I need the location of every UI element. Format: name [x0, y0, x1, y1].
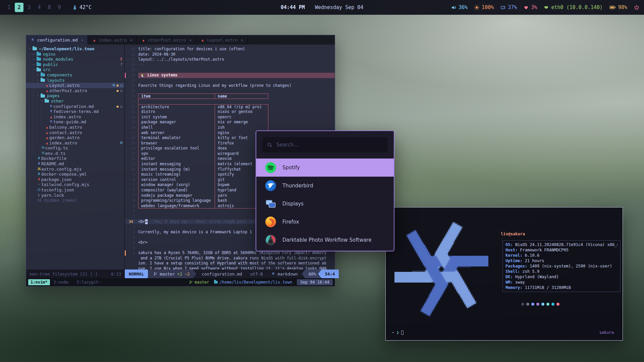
launcher-item-label: Thunderbird: [282, 183, 313, 189]
editor-tab[interactable]: Mconfiguration.md×: [26, 35, 88, 45]
tsjson-file-icon: {}: [37, 187, 41, 193]
workspace-button[interactable]: 8: [45, 3, 54, 12]
workspace-button[interactable]: 2: [15, 3, 23, 12]
buffer-line[interactable]: 21distronixos or gentoo: [125, 109, 335, 115]
folder-icon: [37, 53, 41, 56]
volume-module[interactable]: 36%: [451, 4, 468, 10]
buffer-line[interactable]: 19package managernix or emerge: [125, 120, 335, 125]
tree-item-badges: ●◻: [114, 104, 122, 109]
battery-module[interactable]: 98%: [609, 4, 627, 10]
tree-item[interactable]: ▲otherPost.astro●◻: [26, 88, 124, 94]
buffer-line[interactable]: 18shellzsh: [125, 125, 335, 130]
tree-item[interactable]: Mfediverse-terms.md: [26, 109, 124, 114]
line-number: 30: [128, 62, 138, 68]
workspace-button[interactable]: 1: [5, 3, 13, 12]
tree-item[interactable]: ▲index.astroH: [26, 140, 124, 146]
fetch-info-line: Kernel: 6.10.6: [505, 253, 618, 258]
network-module[interactable]: eth0 (10.0.0.140): [544, 4, 603, 10]
close-icon[interactable]: ×: [241, 38, 244, 43]
tree-item[interactable]: Npackage.json: [26, 177, 124, 182]
editor-tab[interactable]: ▲Layout.astro×: [196, 35, 248, 45]
tree-item[interactable]: (6 hidden items): [26, 198, 124, 203]
buffer-line[interactable]: 23: [125, 99, 335, 104]
sign-column: [125, 256, 128, 261]
indent-guide: [33, 114, 37, 120]
line-text: and a 2TB (Crucial P5 Plus) NVMe drive. …: [138, 256, 335, 261]
close-icon[interactable]: ×: [81, 38, 84, 43]
tree-item[interactable]: ▸node_modulesE: [26, 57, 124, 62]
tree-item[interactable]: ▲garden.astro: [26, 135, 124, 140]
tree-root[interactable]: ▾~/Development/liv.town: [26, 46, 124, 52]
fetch-info-line: Uptime: 21 hours: [505, 258, 618, 263]
tree-item[interactable]: {}tsconfig.json: [26, 187, 124, 193]
tmux-window[interactable]: 1:nvim*: [28, 279, 50, 285]
text-span: and a 2TB (Crucial P5 Plus) NVMe drive. …: [138, 256, 326, 261]
launcher-item[interactable]: Spotify: [256, 159, 394, 177]
buffer-line[interactable]: ion. I have a setup consisting of Hyprla…: [125, 261, 335, 266]
table-cell-name: zsh: [215, 125, 268, 130]
sign-column: [125, 47, 128, 52]
workspace-button[interactable]: 4: [35, 3, 44, 12]
tree-item[interactable]: RREADME.md: [26, 161, 124, 167]
buffer-line[interactable]: ove. I use Nix when I need software with…: [125, 266, 335, 269]
tree-item[interactable]: ▲contact.astro: [26, 130, 124, 135]
search-box[interactable]: Search...: [262, 137, 388, 153]
tree-item[interactable]: Lyarn.lock: [26, 193, 124, 198]
chevron-icon: ▾: [37, 78, 41, 83]
workspace-button[interactable]: 3: [25, 3, 34, 12]
tree-item[interactable]: Ddocker-compose.yml: [26, 172, 124, 177]
buffer-line[interactable]: 25: [125, 88, 335, 94]
buffer-line[interactable]: 29: [125, 67, 335, 73]
indent-guide: [29, 151, 33, 156]
tmux-window[interactable]: 3:lazygit-: [74, 279, 103, 285]
tree-item[interactable]: ▾pages: [26, 93, 124, 99]
tree-item[interactable]: ▾other: [26, 99, 124, 104]
power-button[interactable]: [634, 5, 639, 10]
launcher-item[interactable]: Displays: [256, 195, 394, 213]
tree-item[interactable]: ▸components: [26, 72, 124, 78]
brightness-module[interactable]: 100%: [474, 4, 494, 10]
buffer-line[interactable]: 28🐧 Linux systems: [125, 73, 335, 78]
tree-item[interactable]: ▸nginx: [26, 52, 124, 57]
tree-item[interactable]: TSenv.d.ts: [26, 151, 124, 156]
buffer-line[interactable]: 32date: 2024-08-30: [125, 52, 335, 57]
editor-tab[interactable]: ▲otherPost.astro×: [137, 35, 196, 45]
buffer-line[interactable]: 30---: [125, 62, 335, 68]
tmux-window[interactable]: 2:node-: [51, 279, 73, 285]
chevron-icon: ▾: [29, 46, 33, 52]
launcher-item[interactable]: Firefox: [256, 213, 394, 231]
buffer-line[interactable]: 24itemname: [125, 94, 335, 99]
close-icon[interactable]: ×: [189, 38, 192, 43]
tree-item[interactable]: ▲index.astro: [26, 114, 124, 120]
tree-item[interactable]: ▾src: [26, 67, 124, 72]
buffer-line[interactable]: 22architecturex86_64 (rip m2 pro): [125, 104, 335, 110]
disk-module[interactable]: 37%: [500, 4, 517, 10]
shell-prompt[interactable]: ~ ❯: [392, 330, 404, 335]
workspace-button[interactable]: 9: [55, 3, 64, 12]
tree-item[interactable]: ▲balcony.astro: [26, 125, 124, 130]
tree-item-label: Dockerfile: [41, 156, 66, 161]
tree-item[interactable]: ▾layouts: [26, 78, 124, 83]
launcher-item[interactable]: Thunderbird: [256, 177, 394, 195]
close-icon[interactable]: ×: [130, 38, 133, 43]
tree-item[interactable]: ▲Layout.astroH●◻: [26, 83, 124, 88]
tree-item[interactable]: Mconfiguration.md●◻: [26, 104, 124, 109]
tree-item[interactable]: DDockerfile: [26, 156, 124, 161]
tree-item[interactable]: ~tailwind.config.mjs: [26, 182, 124, 187]
tabline: Mconfiguration.md×▲index.astro×▲otherPos…: [26, 35, 335, 45]
launcher-item[interactable]: Darktable Photo Workflow Software: [256, 231, 394, 249]
table-cell-item: privilege escalation tool: [139, 146, 215, 151]
tree-item[interactable]: TSconfig.ts: [26, 145, 124, 151]
buffer-line[interactable]: 33title: configuration for devices i use…: [125, 47, 335, 52]
buffer-line[interactable]: and a 2TB (Crucial P5 Plus) NVMe drive. …: [125, 256, 335, 261]
folder-icon: [41, 95, 45, 98]
buffer-line[interactable]: 31layout: ../../layouts/otherPost.astro: [125, 57, 335, 62]
buffer-line[interactable]: 27: [125, 78, 335, 83]
cpu-module[interactable]: 3%: [524, 4, 537, 10]
tree-item[interactable]: ▸public?: [26, 62, 124, 67]
editor-tab[interactable]: ▲index.astro×: [88, 35, 137, 45]
tree-item[interactable]: Mtone-guide.md: [26, 119, 124, 125]
buffer-line[interactable]: 26Favorite things regarding Linux and my…: [125, 83, 335, 88]
tree-item[interactable]: JSastro.config.mjs: [26, 167, 124, 172]
buffer-line[interactable]: 20init systemopenrc: [125, 115, 335, 120]
